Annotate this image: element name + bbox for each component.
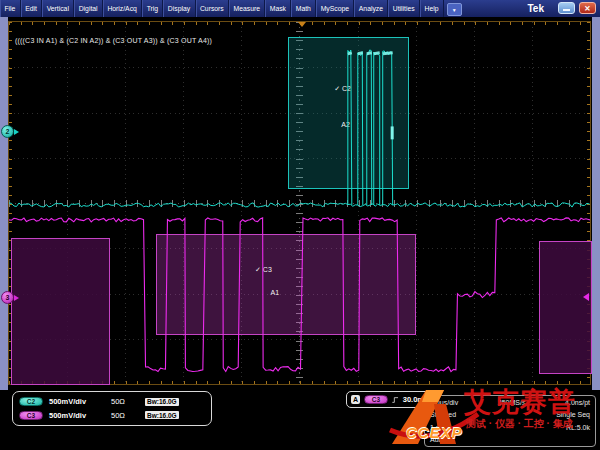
acq-row-mode: Auto — [430, 436, 590, 443]
menu-item-horiz-acq[interactable]: Horiz/Acq — [103, 0, 142, 17]
channel-3-scale[interactable]: 500mV/div — [49, 411, 105, 420]
menu-item-trig[interactable]: Trig — [142, 0, 163, 17]
trigger-readout-box[interactable]: A C3 30.0mV — [346, 391, 434, 408]
menu-item-measure[interactable]: Measure — [229, 0, 265, 17]
menu-item-file[interactable]: File — [0, 0, 21, 17]
channel-2-marker[interactable]: 2 — [1, 125, 19, 138]
menu-item-digital[interactable]: Digital — [74, 0, 103, 17]
close-icon: ✕ — [584, 4, 590, 13]
close-button[interactable]: ✕ — [579, 2, 596, 14]
rising-edge-icon — [392, 395, 399, 405]
menu-item-mask[interactable]: Mask — [265, 0, 291, 17]
acq-row-timebase: 2.0μs/div 250MS/s 4.0ns/pt — [430, 399, 590, 406]
sample-interval-value: 4.0ns/pt — [565, 399, 590, 406]
channel-3-marker[interactable]: 3 — [1, 291, 19, 304]
acq-row-state: Stopped Single Seq — [430, 411, 590, 418]
channel-3-arrow-icon — [14, 295, 19, 301]
acquisition-readout-box: 2.0μs/div 250MS/s 4.0ns/pt Stopped Singl… — [424, 395, 596, 447]
channel-3-pill[interactable]: C3 — [19, 411, 43, 420]
trigger-a-badge: A — [351, 395, 360, 404]
menu-item-analyze[interactable]: Analyze — [354, 0, 388, 17]
channel-2-scale[interactable]: 500mV/div — [49, 397, 105, 406]
menu-item-math[interactable]: Math — [291, 0, 316, 17]
menu-item-myscope[interactable]: MyScope — [316, 0, 354, 17]
waveform-svg — [9, 22, 590, 384]
menu-overflow-button[interactable]: ▼ — [447, 3, 462, 16]
timebase-value: 2.0μs/div — [430, 399, 458, 406]
acq-state: Stopped — [430, 411, 456, 418]
chevron-down-icon: ▼ — [452, 7, 457, 13]
menu-item-display[interactable]: Display — [163, 0, 195, 17]
menu-item-cursors[interactable]: Cursors — [196, 0, 230, 17]
channel-3-bandwidth: Bw:16.0G — [145, 411, 179, 419]
acq-sequence: Single Seq — [556, 411, 590, 418]
trigger-level-arrow[interactable] — [583, 293, 589, 301]
menu-item-utilities[interactable]: Utilities — [388, 0, 420, 17]
minimize-button[interactable] — [558, 2, 575, 14]
channel-2-readout-row: C2 500mV/div 50Ω Bw:16.0G — [19, 397, 205, 406]
menu-item-vertical[interactable]: Vertical — [42, 0, 74, 17]
trigger-mode: Auto — [430, 436, 444, 443]
trigger-source-pill: C3 — [364, 395, 388, 404]
menu-items: FileEditVerticalDigitalHoriz/AcqTrigDisp… — [0, 0, 444, 17]
channel-3-readout-row: C3 500mV/div 50Ω Bw:16.0G — [19, 411, 205, 420]
graticule: ✓ C3A1✓ C2A2 ((((C3 IN A1) & (C2 IN A2))… — [8, 21, 591, 385]
channel-3-termination: 50Ω — [111, 411, 139, 420]
record-length: RL:5.0k — [566, 424, 590, 431]
menu-bar: FileEditVerticalDigitalHoriz/AcqTrigDisp… — [0, 0, 600, 17]
oscilloscope-screen: FileEditVerticalDigitalHoriz/AcqTrigDisp… — [0, 0, 600, 450]
left-margin-strip — [0, 17, 8, 390]
channel-2-arrow-icon — [14, 129, 19, 135]
tek-logo: Tek — [528, 0, 559, 17]
acq-count: 1 acqs — [430, 424, 451, 431]
channel-3-bubble: 3 — [1, 291, 14, 304]
acq-row-count: 1 acqs RL:5.0k — [430, 424, 590, 431]
channel-readout-box[interactable]: C2 500mV/div 50Ω Bw:16.0G C3 500mV/div 5… — [12, 391, 212, 426]
menu-item-edit[interactable]: Edit — [21, 0, 43, 17]
right-margin-strip — [592, 17, 600, 390]
trigger-expression-label: ((((C3 IN A1) & (C2 IN A2)) & (C3 OUT A3… — [15, 37, 212, 44]
channel-2-bubble: 2 — [1, 125, 14, 138]
c2-artifact-blob — [391, 126, 394, 139]
channel-2-bandwidth: Bw:16.0G — [145, 398, 179, 406]
menu-item-help[interactable]: Help — [420, 0, 444, 17]
sample-rate-value: 250MS/s — [498, 399, 526, 406]
channel-2-pill[interactable]: C2 — [19, 397, 43, 406]
channel-2-termination: 50Ω — [111, 397, 139, 406]
